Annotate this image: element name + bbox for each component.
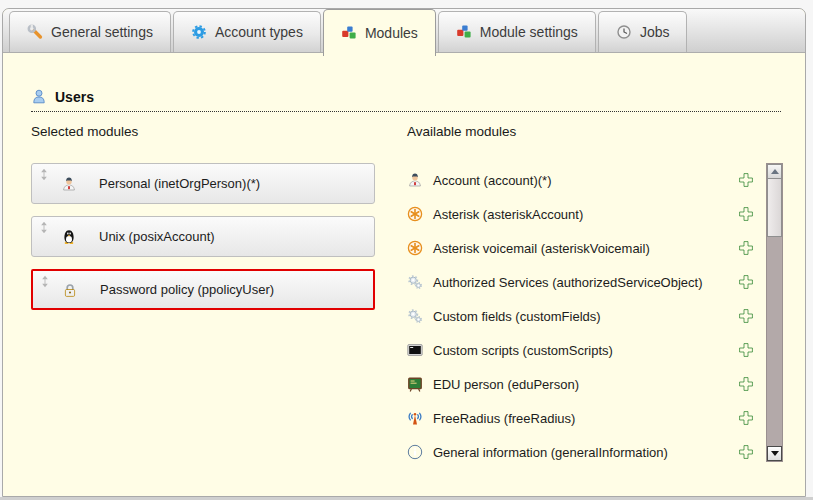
tab-jobs[interactable]: Jobs xyxy=(598,11,688,52)
available-module-label: General information (generalInformation) xyxy=(433,445,668,460)
selected-modules-panel: Selected modules Personal (inetOrgPerson… xyxy=(31,124,393,469)
selected-module-row-password-policy[interactable]: Password policy (ppolicyUser) xyxy=(31,269,375,310)
modules-cubes-icon xyxy=(341,25,357,41)
tab-module-settings[interactable]: Module settings xyxy=(438,11,596,52)
clock-icon xyxy=(616,24,632,40)
remove-x-icon[interactable] xyxy=(327,282,343,298)
scroll-down-icon xyxy=(771,451,779,456)
selected-module-row-personal[interactable]: Personal (inetOrgPerson)(*) xyxy=(31,163,375,204)
drag-handle-icon[interactable] xyxy=(40,168,48,181)
available-module-row-custom-fields: Custom fields (customFields) xyxy=(407,299,754,333)
tab-bar: General settings Account types Modules M… xyxy=(3,9,805,53)
modules-tab-content: Users Selected modules Personal (inetOrg… xyxy=(3,53,805,469)
drag-handle-icon[interactable] xyxy=(41,275,49,288)
info-icon xyxy=(407,444,423,460)
available-module-row-authorized-services: Authorized Services (authorizedServiceOb… xyxy=(407,265,754,299)
available-modules-heading: Available modules xyxy=(407,124,783,139)
available-module-row-freeradius: FreeRadius (freeRadius) xyxy=(407,401,754,435)
add-plus-icon[interactable] xyxy=(738,308,754,324)
scrollbar-track[interactable] xyxy=(767,237,782,446)
tab-general-settings[interactable]: General settings xyxy=(9,11,171,52)
tab-label: General settings xyxy=(51,24,153,40)
user-icon xyxy=(31,89,47,105)
selected-module-row-unix[interactable]: Unix (posixAccount) xyxy=(31,216,375,257)
drag-handle-icon[interactable] xyxy=(40,221,48,234)
add-plus-icon[interactable] xyxy=(738,376,754,392)
available-module-label: Custom fields (customFields) xyxy=(433,309,601,324)
tab-account-types[interactable]: Account types xyxy=(173,11,321,52)
available-modules-list: Account (account)(*) Asterisk (asteriskA… xyxy=(407,163,754,469)
available-module-label: Account (account)(*) xyxy=(433,173,552,188)
scrollbar-thumb[interactable] xyxy=(767,179,782,237)
scrollbar[interactable] xyxy=(766,163,783,462)
available-module-label: Asterisk voicemail (asteriskVoicemail) xyxy=(433,241,650,256)
add-plus-icon[interactable] xyxy=(738,410,754,426)
available-module-row-general-information: General information (generalInformation) xyxy=(407,435,754,469)
gears-icon xyxy=(407,274,423,290)
add-plus-icon[interactable] xyxy=(738,206,754,222)
selected-modules-heading: Selected modules xyxy=(31,124,393,139)
scroll-up-button[interactable] xyxy=(767,164,782,179)
scroll-up-icon xyxy=(771,169,779,174)
available-module-row-asterisk: Asterisk (asteriskAccount) xyxy=(407,197,754,231)
selected-module-label: Password policy (ppolicyUser) xyxy=(100,282,274,297)
section-title-label: Users xyxy=(55,89,94,105)
available-module-row-account: Account (account)(*) xyxy=(407,163,754,197)
gear-icon xyxy=(191,24,207,40)
add-plus-icon[interactable] xyxy=(738,342,754,358)
asterisk-icon xyxy=(407,240,423,256)
gears-icon xyxy=(407,308,423,324)
available-module-row-custom-scripts: Custom scripts (customScripts) xyxy=(407,333,754,367)
selected-module-label: Personal (inetOrgPerson)(*) xyxy=(99,176,260,191)
add-plus-icon[interactable] xyxy=(738,172,754,188)
tab-modules[interactable]: Modules xyxy=(323,9,436,56)
scroll-down-button[interactable] xyxy=(767,446,782,461)
selected-module-label: Unix (posixAccount) xyxy=(99,229,215,244)
settings-window: General settings Account types Modules M… xyxy=(2,8,806,497)
remove-x-icon[interactable] xyxy=(328,229,344,245)
remove-x-icon[interactable] xyxy=(328,176,344,192)
tab-label: Account types xyxy=(215,24,303,40)
section-heading-users: Users xyxy=(31,89,781,112)
available-module-row-edu-person: EDU person (eduPerson) xyxy=(407,367,754,401)
available-module-label: Custom scripts (customScripts) xyxy=(433,343,613,358)
tab-label: Jobs xyxy=(640,24,670,40)
available-module-row-asterisk-voicemail: Asterisk voicemail (asteriskVoicemail) xyxy=(407,231,754,265)
available-modules-panel: Available modules Account (account)(*) A… xyxy=(407,124,783,469)
available-module-label: FreeRadius (freeRadius) xyxy=(433,411,575,426)
tab-label: Modules xyxy=(365,25,418,41)
add-plus-icon[interactable] xyxy=(738,240,754,256)
person-icon xyxy=(61,176,77,192)
person-icon xyxy=(407,172,423,188)
antenna-icon xyxy=(407,410,423,426)
modules-cubes-icon xyxy=(456,24,472,40)
tab-label: Module settings xyxy=(480,24,578,40)
chalkboard-icon xyxy=(407,376,423,392)
available-module-label: Asterisk (asteriskAccount) xyxy=(433,207,583,222)
padlock-icon xyxy=(62,282,78,298)
add-plus-icon[interactable] xyxy=(738,274,754,290)
asterisk-icon xyxy=(407,206,423,222)
available-module-label: EDU person (eduPerson) xyxy=(433,377,579,392)
penguin-icon xyxy=(61,229,77,245)
terminal-icon xyxy=(407,342,423,358)
add-plus-icon[interactable] xyxy=(738,444,754,460)
wrench-icon xyxy=(27,24,43,40)
available-module-label: Authorized Services (authorizedServiceOb… xyxy=(433,275,703,290)
